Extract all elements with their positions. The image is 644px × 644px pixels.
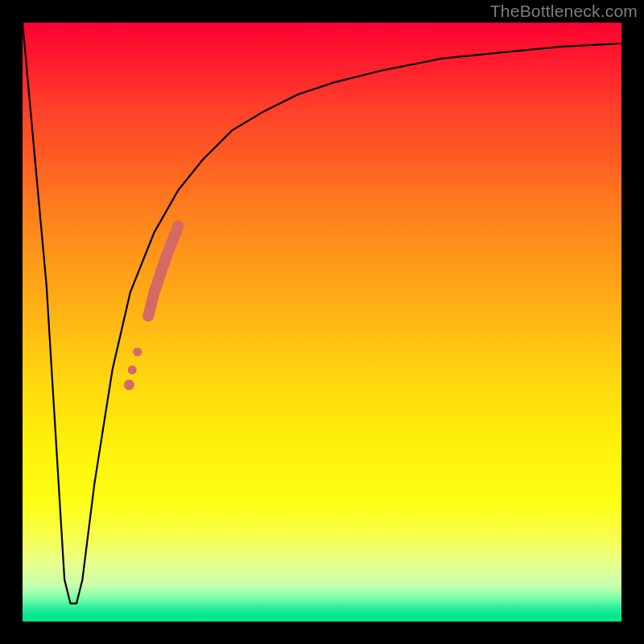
watermark-text: TheBottleneck.com: [490, 2, 638, 21]
chart-frame: TheBottleneck.com: [0, 0, 644, 644]
plot-area: [23, 23, 621, 621]
heatmap-background: [23, 23, 621, 621]
